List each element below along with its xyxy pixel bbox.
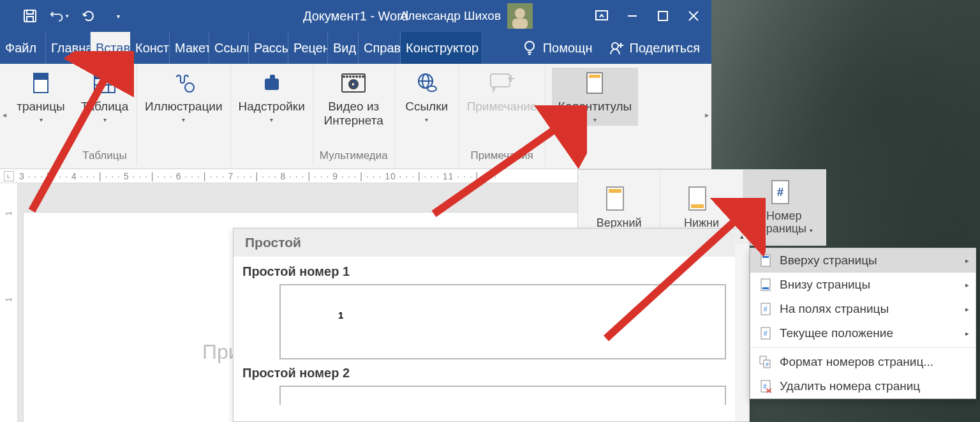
- svg-rect-47: [609, 189, 621, 193]
- group-illustrations: Иллюстрации ▾: [137, 64, 231, 166]
- comment-icon: [489, 73, 515, 93]
- tab-mailings[interactable]: Рассы: [249, 32, 288, 64]
- svg-rect-1: [27, 10, 33, 14]
- gallery-preview-1: 1: [279, 284, 726, 359]
- qat-customize[interactable]: ▾: [108, 6, 128, 26]
- minimize-icon: [627, 10, 638, 22]
- menu-bottom-of-page[interactable]: Внизу страницы ▸: [750, 273, 976, 297]
- window-title: Документ1 - Word: [303, 9, 408, 24]
- account-area[interactable]: Александр Шихов: [400, 3, 533, 29]
- svg-rect-53: [762, 256, 769, 258]
- tab-design[interactable]: Констр: [130, 32, 170, 64]
- headerfooter-icon: [585, 72, 604, 94]
- menu-remove-page-numbers[interactable]: # Удалить номера страниц: [750, 374, 976, 398]
- maximize-button[interactable]: [649, 4, 677, 27]
- table-button[interactable]: Таблица ▾: [79, 68, 130, 126]
- tab-file[interactable]: Файл: [0, 32, 46, 64]
- chevron-right-icon: ▸: [965, 305, 969, 313]
- group-multimedia: Видео изИнтернета Мультимедиа: [313, 64, 395, 166]
- group-tables: Таблица ▾ Таблицы: [73, 64, 137, 166]
- ribbon-scroll-left[interactable]: ◂: [0, 64, 9, 166]
- comment-button[interactable]: Примечание: [466, 68, 538, 116]
- avatar: [507, 3, 533, 29]
- globe-link-icon: [415, 72, 438, 94]
- group-comments: Примечание Примечания: [459, 64, 546, 166]
- pages-label: траницы: [17, 100, 64, 114]
- group-headerfooter: Колонтитулы ▾: [546, 64, 645, 166]
- pages-button[interactable]: траницы ▾: [15, 68, 66, 126]
- svg-text:#: #: [764, 330, 768, 337]
- group-multimedia-label: Мультимедиа: [320, 149, 388, 165]
- gallery-section-header: Простой: [234, 229, 749, 257]
- tab-table-designer[interactable]: Конструктор: [401, 32, 482, 64]
- avatar-image: [507, 3, 533, 29]
- undo-button[interactable]: ▾: [50, 6, 69, 26]
- tab-review[interactable]: Рецен: [288, 32, 328, 64]
- headerfooter-button[interactable]: Колонтитулы ▾: [552, 68, 639, 126]
- redo-button[interactable]: [79, 6, 98, 26]
- menu-page-margins[interactable]: # На полях страницы ▸: [750, 297, 976, 321]
- window-controls: [588, 4, 711, 27]
- bulb-icon: [523, 40, 537, 56]
- svg-point-33: [356, 76, 357, 77]
- page-number-button[interactable]: # Номерстраницы ▾: [743, 170, 826, 245]
- gallery-item-simple-1[interactable]: Простой номер 1 1: [241, 264, 741, 359]
- online-video-button[interactable]: Видео изИнтернета: [323, 68, 385, 130]
- ribbon-tabs: Файл Главна Вставк Констр Макет Ссылк Ра…: [0, 32, 711, 64]
- title-bar: ▾ ▾ Документ1 - Word Александр Шихов: [0, 0, 711, 32]
- links-button[interactable]: Ссылки ▾: [401, 68, 452, 126]
- svg-point-11: [525, 41, 534, 50]
- svg-rect-49: [691, 204, 704, 208]
- tab-insert[interactable]: Вставк: [91, 32, 130, 64]
- ruler-tab-selector[interactable]: L: [4, 171, 14, 181]
- chevron-right-icon: ▸: [965, 281, 969, 289]
- page-number-menu: Вверху страницы ▸ Внизу страницы ▸ # На …: [750, 248, 976, 399]
- tab-references[interactable]: Ссылк: [209, 32, 249, 64]
- tab-layout[interactable]: Макет: [170, 32, 209, 64]
- svg-rect-18: [34, 73, 48, 80]
- ribbon-options-icon: [595, 10, 608, 22]
- ribbon-display-options[interactable]: [588, 4, 616, 27]
- format-icon: #: [759, 356, 772, 368]
- chevron-right-icon: ▸: [965, 257, 969, 265]
- undo-icon: [50, 9, 64, 23]
- svg-point-34: [359, 76, 360, 77]
- svg-rect-26: [265, 79, 279, 90]
- svg-point-30: [346, 76, 348, 77]
- menu-separator: [750, 347, 976, 348]
- tab-help[interactable]: Справк: [359, 32, 401, 64]
- svg-point-14: [612, 43, 618, 49]
- menu-current-position[interactable]: # Текущее положение ▸: [750, 321, 976, 345]
- save-button[interactable]: [20, 6, 40, 26]
- addins-button[interactable]: Надстройки ▾: [237, 68, 306, 126]
- gallery-item-simple-2[interactable]: Простой номер 2: [241, 366, 741, 405]
- tab-view[interactable]: Вид: [328, 32, 359, 64]
- share-button[interactable]: Поделиться: [609, 40, 700, 56]
- tell-me[interactable]: Помощн: [523, 40, 593, 56]
- tab-home[interactable]: Главна: [46, 32, 91, 64]
- group-links: Ссылки ▾: [395, 64, 459, 166]
- shapes-icon: [172, 72, 196, 94]
- page-bottom-icon: [760, 278, 771, 291]
- menu-format-page-numbers[interactable]: # Формат номеров страниц...: [750, 350, 976, 374]
- svg-rect-55: [762, 287, 769, 289]
- svg-rect-24: [94, 73, 115, 79]
- gallery-scroll-up[interactable]: ▴: [735, 229, 749, 244]
- page-margins-icon: #: [760, 303, 771, 315]
- minimize-button[interactable]: [618, 4, 646, 27]
- headerfooter-label: Колонтитулы: [558, 100, 632, 114]
- page-icon: [32, 72, 50, 94]
- chevron-right-icon: ▸: [965, 329, 969, 338]
- svg-rect-27: [270, 75, 275, 80]
- svg-text:#: #: [766, 361, 769, 368]
- vertical-ruler[interactable]: 1 1: [0, 183, 18, 422]
- illustrations-button[interactable]: Иллюстрации ▾: [144, 68, 224, 126]
- close-button[interactable]: [679, 4, 708, 27]
- gallery-scrollbar[interactable]: [735, 244, 749, 421]
- links-label: Ссылки: [405, 100, 448, 114]
- maximize-icon: [658, 11, 668, 21]
- ribbon-scroll-right[interactable]: ▸: [702, 64, 711, 166]
- quick-access-toolbar: ▾ ▾: [0, 6, 139, 26]
- ribbon: ◂ траницы ▾ Таблица ▾ Таблицы Иллюстраци…: [0, 64, 711, 169]
- menu-top-of-page[interactable]: Вверху страницы ▸: [750, 248, 976, 273]
